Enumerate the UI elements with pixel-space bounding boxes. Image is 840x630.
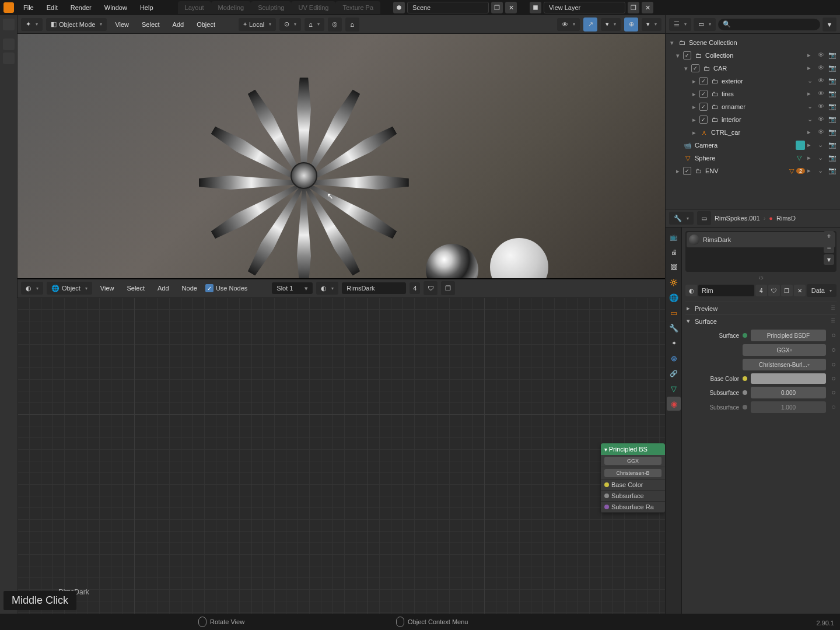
use-nodes-checkbox[interactable]: ✓ Use Nodes [205,284,247,292]
exclude-checkbox[interactable] [699,77,708,85]
viewport-menu-add[interactable]: Add [168,19,189,30]
exclude-checkbox[interactable] [699,90,708,98]
material-browse-dropdown[interactable]: ◐ [316,282,338,295]
eye-icon[interactable]: 👁 [818,51,826,60]
pivot-point-dropdown[interactable]: ⊙ [279,18,301,31]
material-slot-item[interactable]: RimsDark [687,232,835,247]
camera-icon[interactable]: 📷 [828,116,836,124]
collapse-toggle-icon[interactable]: ▸ [691,103,697,111]
exclude-checkbox[interactable] [683,167,691,175]
selectable-icon[interactable]: ▸ [807,154,816,162]
viewlayer-delete-icon[interactable]: ✕ [642,2,653,13]
viewport-menu-view[interactable]: View [110,19,134,30]
tool-select-icon[interactable] [3,38,15,50]
camera-icon[interactable]: 📷 [828,167,836,175]
drag-dots-icon[interactable]: ⠿ [831,304,835,312]
editor-type-dropdown[interactable]: ✦ [21,18,43,31]
keyframe-dot-icon[interactable] [832,405,835,409]
eye-icon[interactable]: 👁 [818,90,826,98]
workspace-tab-texturepaint[interactable]: Texture Pa [335,1,380,14]
camera-icon[interactable]: 📷 [828,141,836,149]
viewlayer-name-field[interactable]: View Layer [544,2,625,13]
3d-viewport[interactable] [18,34,665,279]
outliner-editor-type-dropdown[interactable]: ☰ [669,18,691,31]
tab-modifier-icon[interactable]: 🔧 [667,321,681,335]
keyframe-dot-icon[interactable] [832,348,835,352]
viewport-menu-object[interactable]: Object [192,19,220,30]
panel-preview-header[interactable]: ▸ Preview ⠿ [685,302,836,314]
surface-shader-dropdown[interactable]: Principled BSDF [751,330,826,341]
outliner-item[interactable]: 📹 Camera ▸⌄📷 [667,139,839,152]
tab-constraint-icon[interactable]: 🔗 [667,366,681,380]
scene-delete-icon[interactable]: ✕ [505,2,517,13]
panel-surface-header[interactable]: ▾ Surface ⠿ [685,314,836,327]
exclude-checkbox[interactable] [683,51,691,60]
subsurface-socket-icon[interactable] [604,494,609,498]
base-color-swatch[interactable] [751,373,826,384]
chevron-icon[interactable]: ⌄ [818,154,826,162]
chevron-icon[interactable]: ⌄ [807,77,816,85]
gizmo-dropdown[interactable]: ▾ [601,18,621,31]
tab-particle-icon[interactable]: ✦ [667,336,681,350]
viewlayer-new-icon[interactable]: ❐ [628,2,639,13]
material-link-dropdown[interactable]: Data [807,284,836,297]
scene-name-field[interactable]: Scene [407,2,489,13]
node-sss-method-dropdown[interactable]: Christensen-B [604,469,662,477]
snap-toggle-icon[interactable]: ⩍ [345,18,359,32]
tab-data-icon[interactable]: ▽ [667,382,681,396]
subsurface2-socket-icon[interactable] [743,405,747,410]
selectable-icon[interactable]: ▸ [807,167,816,175]
base-color-socket-icon[interactable] [604,482,609,487]
duplicate-material-icon[interactable]: ❐ [781,285,793,296]
tool-cursor-icon[interactable] [3,52,15,64]
collapse-toggle-icon[interactable]: ▾ [669,39,675,47]
menu-edit[interactable]: Edit [41,2,64,13]
principled-bsdf-node[interactable]: ▾ Principled BS GGX Christensen-B Base C… [601,443,665,513]
chevron-icon[interactable]: ⌄ [818,141,826,149]
keyframe-dot-icon[interactable] [832,363,835,366]
material-name-input[interactable]: Rim [698,285,754,296]
tool-editor-type-icon[interactable] [3,19,15,30]
collapse-toggle-icon[interactable]: ▸ [691,129,697,136]
camera-icon[interactable]: 📷 [828,64,836,72]
node-title[interactable]: ▾ Principled BS [601,443,665,455]
node-menu-node[interactable]: Node [177,282,202,294]
gizmo-toggle-icon[interactable]: ↗ [583,18,597,32]
fake-user-shield-icon[interactable]: 🛡 [768,285,780,296]
chevron-icon[interactable]: ⌄ [807,103,816,111]
camera-icon[interactable]: 📷 [828,128,836,136]
camera-icon[interactable]: 📷 [828,90,836,98]
remove-slot-icon[interactable]: − [824,243,834,253]
properties-editor-type-dropdown[interactable]: 🔧 [669,212,694,225]
subsurface-socket-icon[interactable] [743,390,747,395]
proportional-edit-icon[interactable]: ◎ [328,18,342,32]
eye-icon[interactable]: 👁 [818,103,826,111]
add-slot-icon[interactable]: + [824,231,834,242]
material-browse-button[interactable]: ◐ [685,285,697,296]
surface-socket-icon[interactable] [743,333,747,338]
node-menu-add[interactable]: Add [153,282,174,294]
material-users-button[interactable]: 4 [755,285,767,296]
eye-icon[interactable]: 👁 [818,116,826,124]
node-distribution-dropdown[interactable]: GGX [604,457,662,465]
outliner-item[interactable]: ▾ 🗀 Collection ▸👁📷 [667,49,839,62]
menu-file[interactable]: File [18,2,40,13]
tab-world-icon[interactable]: 🌐 [667,290,681,304]
outliner-tree[interactable]: ▾ 🗀 Scene Collection ▾ 🗀 Collection ▸👁📷 … [666,34,840,209]
tab-viewlayer-icon[interactable]: 🖼 [667,260,681,274]
exclude-checkbox[interactable] [699,116,708,124]
eye-icon[interactable]: 👁 [818,64,826,72]
outliner-scene-collection[interactable]: ▾ 🗀 Scene Collection [667,36,839,49]
outliner-item[interactable]: ▸ 🗀 exterior ⌄👁📷 [667,75,839,88]
outliner-item[interactable]: ▾ 🗀 CAR ▸👁📷 [667,62,839,75]
snap-dropdown[interactable]: ⩍ [304,18,324,31]
material-name-field[interactable]: RimsDark [342,282,406,294]
viewport-canvas[interactable] [18,34,665,278]
chevron-icon[interactable]: ⌄ [818,167,826,175]
keyframe-dot-icon[interactable] [832,334,835,337]
outliner-item[interactable]: ▸ 🗀 interior ⌄👁📷 [667,113,839,126]
subsurface-value-input[interactable]: 0.000 [751,387,826,398]
collapse-toggle-icon[interactable]: ▸ [691,116,697,124]
collapse-toggle-icon[interactable]: ▾ [683,65,689,72]
workspace-tab-uvediting[interactable]: UV Editing [291,1,335,14]
